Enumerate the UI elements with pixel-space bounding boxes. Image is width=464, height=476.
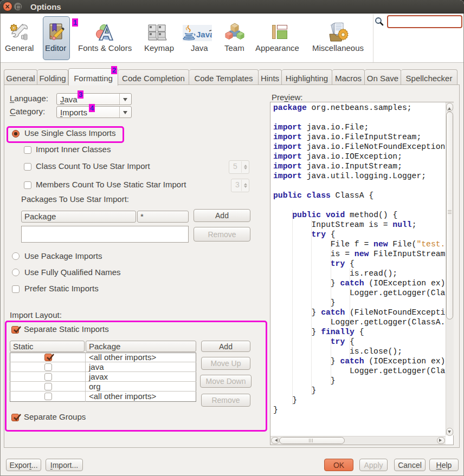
svg-text:Java: Java <box>196 30 212 39</box>
